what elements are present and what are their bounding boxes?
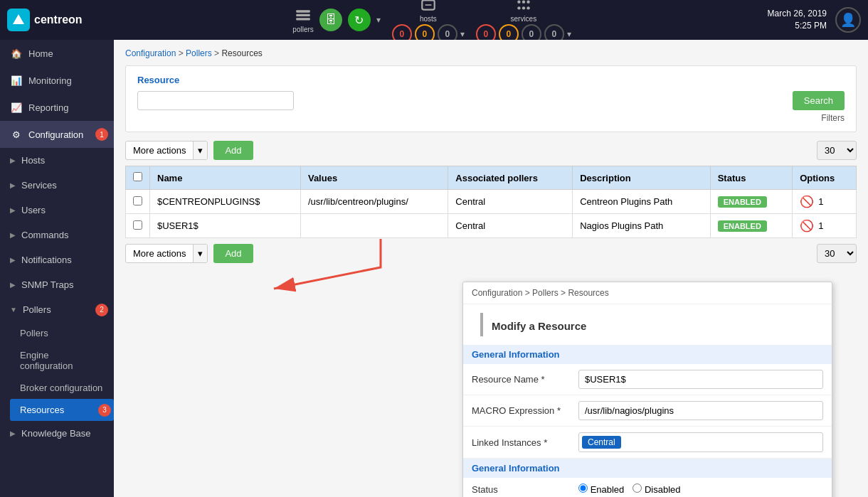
- edit-section1-title: General Information: [463, 345, 832, 364]
- row2-description: Nagios Plugins Path: [573, 214, 710, 238]
- row2-name[interactable]: $USER1$: [150, 214, 301, 238]
- more-actions-text-top[interactable]: More actions: [126, 141, 193, 159]
- row1-status-badge: ENABLED: [718, 196, 767, 208]
- row1-checkbox-cell: [126, 190, 150, 214]
- page-size-bottom[interactable]: 30 50 100: [817, 244, 857, 263]
- sidebar-label-notifications: Notifications: [21, 255, 72, 265]
- pollers-label: pollers: [292, 26, 313, 33]
- services-section: services 0 0 0 0 ▾: [476, 0, 571, 44]
- config-section: ▶ Hosts ▶ Services ▶ Users ▶ Commands ▶ …: [0, 148, 114, 446]
- more-actions-btn-bottom[interactable]: More actions ▾: [125, 244, 208, 263]
- filter-row: Search: [137, 91, 845, 110]
- hosts-chevron[interactable]: ▾: [460, 29, 465, 39]
- more-actions-arrow-bottom[interactable]: ▾: [193, 245, 207, 262]
- row1-delete-btn[interactable]: 🚫: [800, 195, 814, 208]
- breadcrumb-configuration[interactable]: Configuration: [125, 48, 176, 58]
- services-chevron[interactable]: ▾: [567, 29, 571, 39]
- pollers-icon-btn[interactable]: pollers: [292, 7, 313, 33]
- breadcrumb-pollers[interactable]: Pollers: [186, 48, 212, 58]
- pollers-group: pollers 🗄 ↻ ▾: [292, 7, 380, 33]
- sidebar-item-knowledge-base[interactable]: ▶ Knowledge Base: [0, 421, 114, 446]
- row1-checkbox[interactable]: [133, 196, 142, 205]
- sidebar-item-home[interactable]: 🏠 Home: [0, 40, 114, 67]
- macro-expr-field: MACRO Expression *: [463, 395, 832, 427]
- breadcrumb-resources: Resources: [221, 48, 262, 58]
- row2-delete-btn[interactable]: 🚫: [800, 219, 814, 233]
- sidebar-item-services[interactable]: ▶ Services: [0, 173, 114, 198]
- pollers-chevron[interactable]: ▾: [376, 15, 381, 25]
- configuration-icon: ⚙: [10, 128, 23, 141]
- status-enabled-radio[interactable]: [578, 483, 588, 493]
- sidebar-sub-pollers[interactable]: Pollers: [10, 322, 114, 344]
- sidebar-item-pollers[interactable]: ▼ Pollers 2: [0, 297, 114, 322]
- hosts-icon[interactable]: hosts: [420, 0, 437, 23]
- logo-text: centreon: [34, 14, 83, 26]
- svg-point-6: [517, 0, 520, 3]
- page-size-top[interactable]: 30 50 100: [817, 141, 857, 160]
- col-status: Status: [710, 166, 792, 190]
- notifications-arrow: ▶: [10, 256, 16, 264]
- select-all-checkbox[interactable]: [133, 172, 142, 181]
- search-button[interactable]: Search: [793, 91, 845, 110]
- row2-order: 1: [818, 220, 823, 231]
- pollers-expand-arrow: ▼: [10, 306, 17, 314]
- central-tag[interactable]: Central: [582, 436, 621, 449]
- sidebar: 🏠 Home 📊 Monitoring 📈 Reporting ⚙ Config…: [0, 40, 114, 497]
- svg-rect-2: [296, 14, 310, 16]
- pollers-badge: 2: [95, 304, 108, 316]
- sidebar-item-notifications[interactable]: ▶ Notifications: [0, 247, 114, 272]
- sidebar-item-hosts[interactable]: ▶ Hosts: [0, 148, 114, 173]
- filter-section: Resource Search Filters: [125, 65, 857, 132]
- breadcrumb: Configuration > Pollers > Resources: [125, 48, 857, 58]
- sidebar-item-configuration[interactable]: ⚙ Configuration 1: [0, 121, 114, 148]
- row2-checkbox[interactable]: [133, 220, 142, 230]
- status-disabled-radio[interactable]: [633, 483, 642, 493]
- table-row: $CENTREONPLUGINS$ /usr/lib/centreon/plug…: [126, 190, 857, 214]
- row1-options-cell: 🚫 1: [800, 195, 849, 208]
- sidebar-sub-resources[interactable]: Resources 3: [10, 399, 114, 421]
- row2-pollers: Central: [448, 214, 573, 238]
- content: Configuration > Pollers > Resources Reso…: [114, 40, 868, 277]
- row1-name[interactable]: $CENTREONPLUGINS$: [150, 190, 301, 214]
- col-name: Name: [150, 166, 301, 190]
- macro-expr-input[interactable]: [578, 401, 823, 420]
- datetime: March 26, 2019 5:25 PM: [768, 8, 827, 32]
- svg-point-11: [526, 6, 529, 9]
- resources-badge: 3: [98, 404, 111, 417]
- services-icon[interactable]: services: [510, 0, 536, 23]
- sidebar-item-reporting[interactable]: 📈 Reporting: [0, 94, 114, 121]
- users-arrow: ▶: [10, 206, 16, 214]
- hosts-section: hosts 0 0 0 ▾: [392, 0, 465, 44]
- status-enabled-label[interactable]: Enabled: [578, 483, 624, 495]
- sidebar-sub-broker-config[interactable]: Broker configuration: [10, 377, 114, 399]
- more-actions-arrow-top[interactable]: ▾: [193, 141, 207, 159]
- poller-db-icon[interactable]: 🗄: [319, 9, 342, 31]
- svg-point-10: [522, 6, 525, 9]
- more-actions-btn-top[interactable]: More actions ▾: [125, 141, 208, 160]
- sidebar-label-engine: Engine configuration: [20, 350, 73, 371]
- table-controls-top: More actions ▾ Add 30 50 100: [125, 141, 857, 160]
- resource-filter-input[interactable]: [137, 91, 294, 110]
- svg-rect-3: [296, 18, 310, 20]
- configuration-badge: 1: [95, 128, 108, 141]
- add-button-top[interactable]: Add: [213, 141, 253, 160]
- sidebar-sub-engine-config[interactable]: Engine configuration: [10, 344, 114, 377]
- filters-link[interactable]: Filters: [137, 113, 845, 123]
- resource-name-field: Resource Name *: [463, 364, 832, 395]
- linked-instances-field: Linked Instances * Central: [463, 427, 832, 459]
- sidebar-item-snmp-traps[interactable]: ▶ SNMP Traps: [0, 272, 114, 297]
- user-avatar[interactable]: 👤: [835, 7, 861, 33]
- sidebar-label-home: Home: [28, 48, 53, 59]
- add-button-bottom[interactable]: Add: [213, 244, 253, 263]
- row1-status: ENABLED: [710, 190, 792, 214]
- sidebar-item-monitoring[interactable]: 📊 Monitoring: [0, 67, 114, 94]
- snmp-arrow: ▶: [10, 281, 16, 289]
- more-actions-text-bottom[interactable]: More actions: [126, 245, 193, 262]
- status-disabled-label[interactable]: Disabled: [633, 483, 680, 495]
- resource-name-input[interactable]: [578, 370, 823, 389]
- refresh-icon[interactable]: ↻: [348, 9, 371, 31]
- sidebar-item-commands[interactable]: ▶ Commands: [0, 223, 114, 247]
- sidebar-item-users[interactable]: ▶ Users: [0, 198, 114, 223]
- logo[interactable]: centreon: [7, 9, 83, 31]
- row1-description: Centreon Plugins Path: [573, 190, 710, 214]
